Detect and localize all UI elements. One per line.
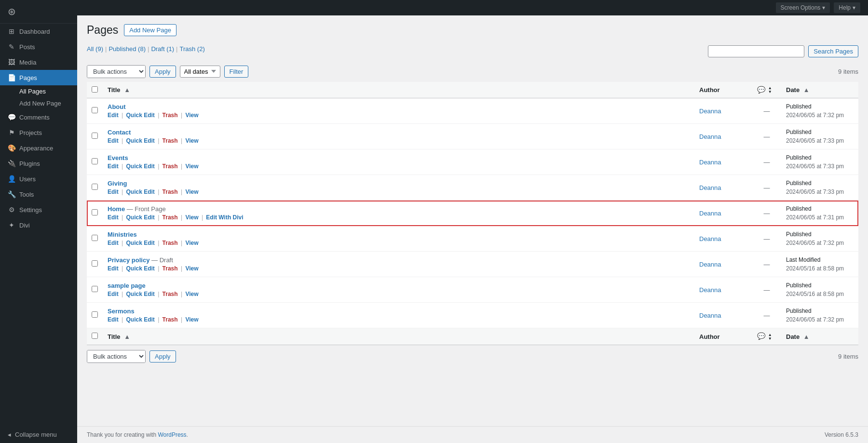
row-action-quick-edit[interactable]: Quick Edit <box>126 240 154 246</box>
page-title-link[interactable]: Privacy policy <box>108 256 149 264</box>
row-checkbox[interactable] <box>92 260 98 267</box>
sidebar-item-pages[interactable]: 📄 Pages <box>0 70 77 85</box>
row-action-trash[interactable]: Trash <box>163 316 178 323</box>
wordpress-link[interactable]: WordPress <box>158 431 186 438</box>
sidebar-item-appearance[interactable]: 🎨 Appearance <box>0 140 77 156</box>
row-checkbox[interactable] <box>92 184 98 190</box>
sidebar-subitem-add-new-page[interactable]: Add New Page <box>0 97 77 109</box>
title-footer-header[interactable]: Title ▲ <box>103 328 694 345</box>
sidebar-item-divi[interactable]: ✦ Divi <box>0 217 77 233</box>
row-action-trash[interactable]: Trash <box>163 163 178 170</box>
row-action-view[interactable]: View <box>185 240 198 246</box>
row-action-quick-edit[interactable]: Quick Edit <box>126 137 154 144</box>
row-checkbox[interactable] <box>92 158 98 164</box>
bulk-actions-bottom-select[interactable]: Bulk actions <box>87 350 145 362</box>
row-action-quick-edit[interactable]: Quick Edit <box>126 163 154 170</box>
row-action-trash[interactable]: Trash <box>163 112 178 119</box>
screen-options-button[interactable]: Screen Options ▾ <box>776 2 830 13</box>
row-action-quick-edit[interactable]: Quick Edit <box>126 291 154 297</box>
author-link[interactable]: Deanna <box>699 184 721 191</box>
bulk-actions-top-select[interactable]: Bulk actions <box>87 66 145 78</box>
sidebar-item-dashboard[interactable]: ⊞ Dashboard <box>0 24 77 39</box>
author-link[interactable]: Deanna <box>699 210 721 217</box>
row-action-edit[interactable]: Edit <box>108 240 119 246</box>
sidebar-item-comments[interactable]: 💬 Comments <box>0 109 77 125</box>
date-header[interactable]: Date ▲ <box>781 82 858 98</box>
row-action-view[interactable]: View <box>185 214 198 221</box>
date-footer-header[interactable]: Date ▲ <box>781 328 858 345</box>
page-title-link[interactable]: sample page <box>108 282 146 289</box>
row-checkbox[interactable] <box>92 235 98 241</box>
row-action-edit-with-divi[interactable]: Edit With Divi <box>206 214 243 221</box>
row-checkbox[interactable] <box>92 133 98 139</box>
row-action-trash[interactable]: Trash <box>163 188 178 195</box>
row-action-view[interactable]: View <box>185 265 198 272</box>
filter-trash-link[interactable]: Trash (2) <box>180 45 205 53</box>
sidebar-item-media[interactable]: 🖼 Media <box>0 54 77 70</box>
row-action-view[interactable]: View <box>185 316 198 323</box>
row-action-view[interactable]: View <box>185 291 198 297</box>
date-filter-select[interactable]: All dates <box>180 66 220 78</box>
author-link[interactable]: Deanna <box>699 261 721 268</box>
title-header[interactable]: Title ▲ <box>103 82 694 98</box>
row-action-edit[interactable]: Edit <box>108 112 119 119</box>
sidebar-item-users[interactable]: 👤 Users <box>0 171 77 187</box>
row-action-trash[interactable]: Trash <box>163 291 178 297</box>
row-checkbox[interactable] <box>92 107 98 113</box>
apply-top-button[interactable]: Apply <box>149 66 176 78</box>
filter-button[interactable]: Filter <box>224 66 249 78</box>
row-action-edit[interactable]: Edit <box>108 163 119 170</box>
apply-bottom-button[interactable]: Apply <box>149 350 176 362</box>
row-action-quick-edit[interactable]: Quick Edit <box>126 214 154 221</box>
row-action-edit[interactable]: Edit <box>108 291 119 297</box>
row-checkbox[interactable] <box>92 311 98 318</box>
search-pages-button[interactable]: Search Pages <box>808 45 858 57</box>
author-link[interactable]: Deanna <box>699 159 721 166</box>
add-new-page-button[interactable]: Add New Page <box>124 24 176 36</box>
page-title-link[interactable]: Giving <box>108 180 127 187</box>
sidebar-item-tools[interactable]: 🔧 Tools <box>0 187 77 202</box>
collapse-menu-button[interactable]: ◂ Collapse menu <box>0 426 77 443</box>
row-action-view[interactable]: View <box>185 188 198 195</box>
row-action-edit[interactable]: Edit <box>108 188 119 195</box>
search-input[interactable] <box>708 45 804 57</box>
filter-draft-link[interactable]: Draft (1) <box>151 45 174 53</box>
row-action-edit[interactable]: Edit <box>108 316 119 323</box>
sidebar-item-posts[interactable]: ✎ Posts <box>0 39 77 54</box>
author-link[interactable]: Deanna <box>699 133 721 140</box>
row-action-view[interactable]: View <box>185 112 198 119</box>
row-action-view[interactable]: View <box>185 163 198 170</box>
row-checkbox[interactable] <box>92 209 98 215</box>
sidebar-item-projects[interactable]: ⚑ Projects <box>0 125 77 140</box>
select-all-checkbox[interactable] <box>92 86 98 93</box>
page-title-link[interactable]: Home <box>108 205 125 213</box>
filter-published-link[interactable]: Published (8) <box>108 45 146 53</box>
row-action-quick-edit[interactable]: Quick Edit <box>126 112 154 119</box>
filter-all-link[interactable]: All (9) <box>87 45 103 53</box>
page-title-link[interactable]: Sermons <box>108 308 135 315</box>
author-link[interactable]: Deanna <box>699 235 721 242</box>
row-action-edit[interactable]: Edit <box>108 265 119 272</box>
sidebar-item-settings[interactable]: ⚙ Settings <box>0 202 77 217</box>
row-action-trash[interactable]: Trash <box>163 214 178 221</box>
author-link[interactable]: Deanna <box>699 107 721 115</box>
row-action-trash[interactable]: Trash <box>163 137 178 144</box>
row-action-quick-edit[interactable]: Quick Edit <box>126 188 154 195</box>
select-all-footer-checkbox[interactable] <box>92 333 98 339</box>
page-title-link[interactable]: Ministries <box>108 231 137 238</box>
row-checkbox[interactable] <box>92 286 98 292</box>
row-action-edit[interactable]: Edit <box>108 137 119 144</box>
author-link[interactable]: Deanna <box>699 286 721 294</box>
page-title-link[interactable]: About <box>108 103 126 110</box>
row-action-trash[interactable]: Trash <box>163 240 178 246</box>
row-action-quick-edit[interactable]: Quick Edit <box>126 316 154 323</box>
row-action-quick-edit[interactable]: Quick Edit <box>126 265 154 272</box>
sidebar-subitem-all-pages[interactable]: All Pages <box>0 85 77 97</box>
author-link[interactable]: Deanna <box>699 312 721 319</box>
row-action-edit[interactable]: Edit <box>108 214 119 221</box>
sidebar-item-plugins[interactable]: 🔌 Plugins <box>0 156 77 171</box>
row-action-view[interactable]: View <box>185 137 198 144</box>
help-button[interactable]: Help ▾ <box>834 2 860 13</box>
page-title-link[interactable]: Events <box>108 154 128 161</box>
page-title-link[interactable]: Contact <box>108 129 131 136</box>
